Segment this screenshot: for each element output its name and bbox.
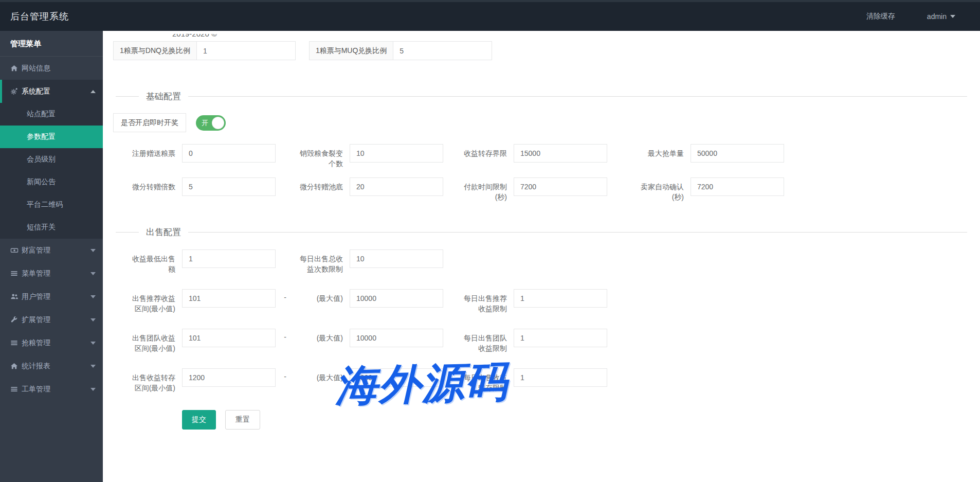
chevron-down-icon — [90, 272, 96, 275]
sidebar-item-label: 统计报表 — [22, 362, 90, 371]
sidebar-subitem-news[interactable]: 新闻公告 — [0, 171, 103, 193]
chevron-down-icon — [90, 388, 96, 391]
money-icon — [10, 246, 22, 254]
recommend-income-range-row: 出售推荐收益区间(最小值) - (最大值) 每日出售推荐收益限制 — [116, 289, 967, 329]
reset-button[interactable]: 重置 — [225, 410, 260, 430]
daily-recommend-limit-input[interactable] — [514, 289, 607, 308]
income-transfer-limit-input[interactable] — [514, 144, 607, 163]
daily-transfer-limit-input[interactable] — [514, 368, 607, 387]
field-label: (最大值) — [295, 289, 343, 304]
dnq-exchange-group: 1粮票与DNQ兑换比例 — [113, 41, 296, 60]
micro-gift-multiple-input[interactable] — [182, 177, 276, 196]
payment-time-limit-input[interactable] — [514, 177, 607, 196]
field-label: 卖家自动确认(秒) — [636, 177, 684, 202]
sidebar-subitem-qrcode[interactable]: 平台二维码 — [0, 193, 103, 216]
field-label: 付款时间限制(秒) — [459, 177, 507, 202]
divider — [116, 96, 139, 97]
dnq-exchange-label: 1粮票与DNQ兑换比例 — [113, 41, 197, 60]
toggle-knob — [212, 117, 224, 129]
sidebar-subitem-sms-switch[interactable]: 短信开关 — [0, 216, 103, 239]
chevron-down-icon — [90, 295, 96, 298]
muq-exchange-input[interactable] — [393, 41, 492, 60]
app-title: 后台管理系统 — [0, 10, 69, 23]
divider — [116, 232, 139, 233]
sidebar-item-grain-mgmt[interactable]: 抢粮管理 — [0, 331, 103, 354]
sidebar-item-extension-mgmt[interactable]: 扩展管理 — [0, 308, 103, 331]
chevron-down-icon — [90, 249, 96, 252]
range-separator: - — [276, 289, 295, 301]
sidebar-item-label: 工单管理 — [22, 385, 90, 394]
range-separator: - — [276, 329, 295, 341]
max-grab-input[interactable] — [691, 144, 784, 163]
muq-exchange-group: 1粮票与MUQ兑换比例 — [309, 41, 492, 60]
field-label: 每日出售收益转存限制 — [459, 368, 507, 393]
sidebar-subitem-param-config[interactable]: 参数配置 — [0, 126, 103, 148]
basic-row-1: 注册赠送粮票 销毁粮食裂变个数 收益转存界限 最大抢单量 — [116, 144, 967, 177]
form-actions: 提交 重置 — [182, 410, 967, 430]
field-label: 出售收益转存区间(最小值) — [127, 368, 175, 393]
sidebar-item-statistics[interactable]: 统计报表 — [0, 354, 103, 378]
field-label: 每日出售团队收益限制 — [459, 329, 507, 353]
sidebar-item-label: 菜单管理 — [22, 269, 90, 278]
sidebar-item-ticket-mgmt[interactable]: 工单管理 — [0, 378, 103, 401]
sidebar-item-label: 网站信息 — [22, 64, 96, 73]
field-label: (最大值) — [295, 329, 343, 343]
sale-config-section-header: 出售配置 — [116, 226, 967, 238]
daily-sale-count-limit-input[interactable] — [350, 249, 443, 268]
sidebar-item-label: 系统配置 — [22, 87, 90, 96]
team-income-range-row: 出售团队收益区间(最小值) - (最大值) 每日出售团队收益限制 — [116, 329, 967, 368]
exchange-ratio-row: 1粮票与DNQ兑换比例 1粮票与MUQ兑换比例 — [113, 41, 967, 60]
transfer-max-input[interactable] — [350, 368, 443, 387]
main-content: 2019-2020 © 1粮票与DNQ兑换比例 1粮票与MUQ兑换比例 基础配置… — [103, 31, 980, 482]
field-label: 收益转存界限 — [459, 144, 507, 158]
chevron-down-icon — [90, 342, 96, 345]
field-label: 销毁粮食裂变个数 — [295, 144, 343, 169]
min-sale-amount-input[interactable] — [182, 249, 276, 268]
field-label: (最大值) — [295, 368, 343, 383]
basic-row-2: 微分转赠倍数 微分转赠池底 付款时间限制(秒) 卖家自动确认(秒) — [116, 177, 967, 211]
section-title: 基础配置 — [139, 91, 188, 102]
transfer-income-range-row: 出售收益转存区间(最小值) - (最大值) 每日出售收益转存限制 — [116, 368, 967, 408]
clear-cache-link[interactable]: 清除缓存 — [866, 12, 895, 21]
seller-auto-confirm-input[interactable] — [691, 177, 784, 196]
sidebar-item-label: 抢粮管理 — [22, 338, 90, 348]
sidebar-subitem-site-config[interactable]: 站点配置 — [0, 103, 103, 126]
daily-team-limit-input[interactable] — [514, 329, 607, 347]
clipped-copyright-text: 2019-2020 © — [172, 34, 217, 42]
field-label: 最大抢单量 — [636, 144, 684, 158]
recommend-max-input[interactable] — [350, 289, 443, 308]
home-icon — [10, 362, 22, 370]
transfer-min-input[interactable] — [182, 368, 276, 387]
dnq-exchange-input[interactable] — [197, 41, 296, 60]
destroy-fission-input[interactable] — [350, 144, 443, 163]
username: admin — [927, 12, 947, 21]
chevron-down-icon — [950, 15, 955, 18]
sidebar-item-label: 用户管理 — [22, 292, 90, 301]
sidebar-item-user-mgmt[interactable]: 用户管理 — [0, 285, 103, 308]
sidebar-item-wealth[interactable]: 财富管理 — [0, 239, 103, 262]
field-label: 微分转赠池底 — [295, 177, 343, 192]
team-max-input[interactable] — [350, 329, 443, 347]
sidebar-item-website-info[interactable]: 网站信息 — [0, 57, 103, 80]
field-label: 微分转赠倍数 — [127, 177, 175, 192]
sidebar-subitem-member-level[interactable]: 会员级别 — [0, 148, 103, 171]
sidebar-item-system-config[interactable]: 系统配置 — [0, 80, 103, 103]
divider — [188, 96, 967, 97]
instant-draw-toggle[interactable]: 开 — [196, 115, 226, 131]
basic-config-section-header: 基础配置 — [116, 90, 967, 102]
admin-screen: 后台管理系统 清除缓存 admin 管理菜单 网站信息 — [0, 0, 980, 482]
recommend-min-input[interactable] — [182, 289, 276, 308]
sidebar: 管理菜单 网站信息 系统配置 — [0, 31, 103, 482]
micro-gift-pool-input[interactable] — [350, 177, 443, 196]
instant-draw-row: 是否开启即时开奖 开 — [113, 113, 967, 132]
bars-icon — [10, 385, 22, 393]
bars-icon — [10, 339, 22, 347]
submit-button[interactable]: 提交 — [182, 410, 216, 430]
team-min-input[interactable] — [182, 329, 276, 347]
muq-exchange-label: 1粮票与MUQ兑换比例 — [309, 41, 393, 60]
register-gift-input[interactable] — [182, 144, 276, 163]
user-menu[interactable]: admin — [927, 12, 955, 21]
field-label: 收益最低出售额 — [127, 249, 175, 274]
sidebar-item-menu-mgmt[interactable]: 菜单管理 — [0, 262, 103, 285]
bars-icon — [10, 270, 22, 277]
